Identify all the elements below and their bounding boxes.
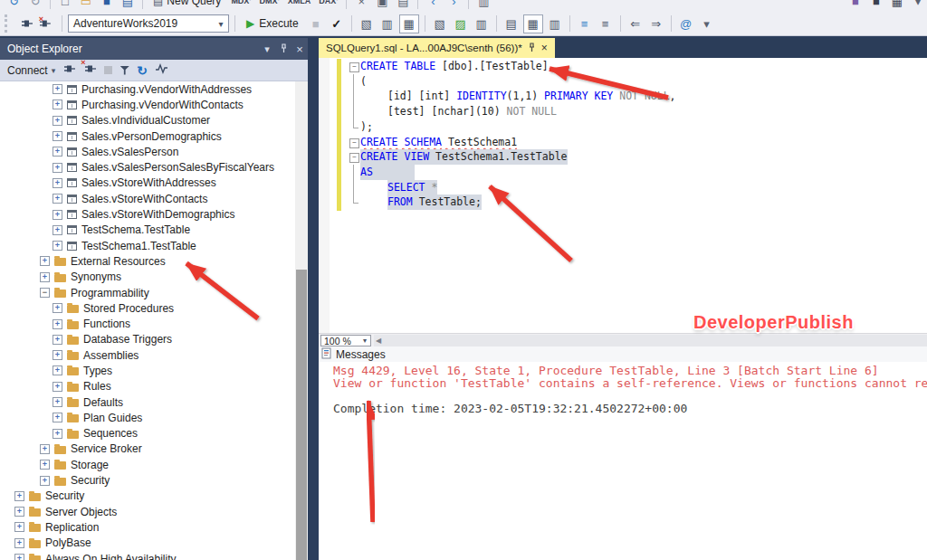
code-line-3[interactable]: [id] [int] IDENTITY(1,1) PRIMARY KEY NOT…	[319, 89, 927, 104]
fold-collapse-icon[interactable]: −	[349, 62, 359, 72]
tree-item-plan-guides[interactable]: +Plan Guides	[0, 410, 308, 425]
expand-icon[interactable]: +	[53, 178, 62, 188]
expand-icon[interactable]: +	[53, 413, 62, 422]
tab-sqlquery1[interactable]: SQLQuery1.sql - LA...00AJ9C\senth (56))*…	[319, 38, 555, 58]
tree-item-testschema-testtable[interactable]: +TestSchema.TestTable	[0, 223, 308, 238]
expand-icon[interactable]: +	[53, 382, 62, 392]
tree-item-stored-procedures[interactable]: +Stored Procedures	[0, 300, 308, 316]
tree-item-external-resources[interactable]: +External Resources	[0, 253, 308, 269]
tree-item-sales-vpersondemographics[interactable]: +Sales.vPersonDemographics	[0, 128, 308, 144]
sqlcmd-mode-icon[interactable]: ▥	[473, 14, 491, 33]
expand-icon[interactable]: +	[53, 225, 62, 235]
scrollbar-thumb[interactable]	[296, 270, 307, 560]
chevron-down-icon[interactable]: ▾	[214, 19, 228, 29]
expand-icon[interactable]: +	[53, 194, 62, 204]
expand-icon[interactable]: +	[14, 507, 24, 517]
decrease-indent-icon[interactable]: ⇐	[626, 14, 645, 33]
zoom-combobox[interactable]: 100 % ▾	[320, 335, 371, 346]
tree-item-functions[interactable]: +Functions	[0, 316, 308, 331]
code-line-10[interactable]: FROM TestTable;	[319, 195, 927, 210]
tree-item-replication[interactable]: +Replication	[0, 519, 308, 535]
tree-item-rules[interactable]: +Rules	[0, 379, 308, 394]
close-icon[interactable]: ×	[291, 43, 308, 56]
code-line-7[interactable]: −CREATE VIEW TestSchema1.TestTable	[319, 149, 927, 165]
include-actual-plan-icon[interactable]: ▧	[431, 14, 449, 33]
connect-button[interactable]: Connect ▾	[7, 64, 55, 77]
tools-icon[interactable]: ■	[867, 0, 885, 10]
dmx-query-button[interactable]: DMX'	[257, 0, 282, 5]
expand-icon[interactable]: +	[53, 131, 62, 141]
expand-icon[interactable]: +	[40, 476, 50, 486]
expand-icon[interactable]: +	[40, 272, 50, 282]
mdx-query-button[interactable]: MDX'	[228, 0, 253, 5]
window-position-icon[interactable]: ▾	[259, 43, 275, 55]
tree-item-assemblies[interactable]: +Assemblies	[0, 347, 308, 363]
expand-icon[interactable]: +	[53, 84, 62, 94]
expand-icon[interactable]: +	[53, 210, 62, 220]
tree-item-purchasing-vvendorwithcontacts[interactable]: +Purchasing.vVendorWithContacts	[0, 97, 308, 112]
query-options-icon[interactable]: ▥	[378, 14, 397, 33]
expand-icon[interactable]: +	[14, 554, 24, 560]
tree-item-sales-vstorewithdemographics[interactable]: +Sales.vStoreWithDemographics	[0, 206, 308, 222]
pin-icon[interactable]	[275, 43, 291, 55]
toolbar-grip[interactable]	[5, 14, 12, 33]
expand-icon[interactable]: +	[53, 163, 62, 173]
xmla-query-button[interactable]: XMLA	[285, 0, 314, 5]
new-query-button[interactable]: ▤New Query	[148, 0, 225, 7]
disconnect-plug-icon[interactable]: ×	[83, 63, 97, 77]
new-project-icon[interactable]: □	[56, 0, 74, 10]
parse-query-icon[interactable]: ✓	[328, 14, 346, 33]
fold-collapse-icon[interactable]: −	[349, 153, 359, 163]
tree-item-server-objects[interactable]: +Server Objects	[0, 504, 308, 519]
tree-item-testschema1-testtable[interactable]: +TestSchema1.TestTable	[0, 238, 308, 253]
activity-monitor-icon[interactable]: ▥	[474, 0, 492, 10]
save-all-icon[interactable]: ▤	[119, 0, 137, 10]
tree-item-polybase[interactable]: +PolyBase	[0, 536, 308, 551]
object-explorer-scrollbar[interactable]	[295, 81, 308, 560]
tree-item-service-broker[interactable]: +Service Broker	[0, 441, 308, 457]
expand-icon[interactable]: +	[14, 522, 24, 532]
increase-indent-icon[interactable]: ⇒	[647, 14, 665, 33]
intellisense-enabled-icon[interactable]: ▦	[399, 14, 419, 33]
code-line-1[interactable]: −CREATE TABLE [dbo].[TestTable]	[319, 59, 927, 74]
expand-icon[interactable]: +	[53, 100, 62, 109]
expand-icon[interactable]: +	[53, 335, 62, 345]
cancel-executing-query-icon[interactable]: ■	[307, 14, 325, 33]
tree-item-sequences[interactable]: +Sequences	[0, 426, 308, 441]
results-to-grid-icon[interactable]: ▦	[523, 14, 543, 33]
messages-pane[interactable]: Msg 4429, Level 16, State 1, Procedure T…	[319, 362, 927, 560]
expand-icon[interactable]: +	[40, 256, 50, 266]
tree-item-security[interactable]: +Security	[0, 472, 308, 488]
code-editor[interactable]: −CREATE TABLE [dbo].[TestTable]([id] [in…	[319, 58, 927, 333]
tree-item-always-on-high-availability[interactable]: +Always On High Availability	[0, 551, 308, 560]
paste-icon[interactable]: ▤	[394, 0, 412, 10]
window-layout-icon[interactable]: ▦	[888, 0, 906, 10]
code-line-8[interactable]: AS	[319, 165, 927, 180]
tree-item-security[interactable]: +Security	[0, 489, 308, 504]
expand-icon[interactable]: +	[53, 303, 62, 313]
undo-icon[interactable]: ‹	[424, 0, 442, 10]
execute-button[interactable]: ▶Execute	[241, 14, 304, 33]
code-line-5[interactable]: );	[319, 119, 927, 135]
expand-icon[interactable]: +	[53, 429, 62, 439]
connect-plug-icon[interactable]	[62, 63, 76, 77]
tree-item-defaults[interactable]: +Defaults	[0, 394, 308, 410]
dax-query-button[interactable]: DAX'	[316, 0, 340, 5]
expand-icon[interactable]: +	[40, 460, 50, 470]
disconnect-icon[interactable]: ×	[38, 14, 56, 33]
messages-tab[interactable]: Messages	[336, 348, 386, 361]
code-line-2[interactable]: (	[319, 74, 927, 90]
pin-icon[interactable]	[528, 43, 536, 54]
expand-icon[interactable]: +	[53, 241, 62, 251]
tree-item-sales-vstorewithaddresses[interactable]: +Sales.vStoreWithAddresses	[0, 176, 308, 191]
copy-icon[interactable]: ▣	[373, 0, 391, 10]
cut-icon[interactable]: ×	[352, 0, 370, 10]
comment-selection-icon[interactable]: ≡	[576, 14, 594, 33]
results-to-text-icon[interactable]: ▤	[502, 14, 521, 33]
uncomment-selection-icon[interactable]: ≡	[597, 14, 615, 33]
save-icon[interactable]: ■	[98, 0, 116, 10]
toolbar-overflow-icon[interactable]: ▾	[909, 0, 927, 10]
change-connection-icon[interactable]	[17, 14, 35, 33]
tree-item-sales-vsalesperson[interactable]: +Sales.vSalesPerson	[0, 144, 308, 159]
include-client-statistics-icon[interactable]: ▨	[452, 14, 470, 33]
